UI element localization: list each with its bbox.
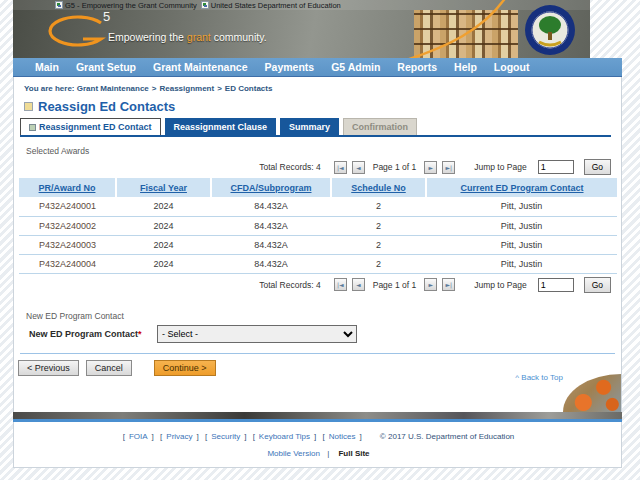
classroom-corner-photo bbox=[563, 374, 621, 412]
cell-award-no: P432A240003 bbox=[19, 235, 116, 254]
nav-main[interactable]: Main bbox=[35, 61, 59, 73]
footer-link-foia[interactable]: FOIA bbox=[129, 432, 148, 441]
footer-photo-bar bbox=[13, 412, 622, 419]
next-page-button[interactable]: ► bbox=[424, 278, 437, 291]
cell-cfda: 84.432A bbox=[211, 235, 331, 254]
header-fiscal-year[interactable]: Fiscal Year bbox=[116, 178, 211, 197]
last-page-button[interactable]: ►| bbox=[442, 161, 455, 174]
footer: [FOIA] [Privacy] [Security] [Keyboard Ti… bbox=[13, 422, 622, 468]
new-contact-form-row: New ED Program Contact* - Select - bbox=[29, 325, 621, 343]
tab-reassignment-clause[interactable]: Reassignment Clause bbox=[165, 118, 277, 135]
cancel-button[interactable]: Cancel bbox=[86, 360, 132, 376]
nav-grant-setup[interactable]: Grant Setup bbox=[76, 61, 136, 73]
tab-confirmation: Confirmation bbox=[343, 118, 417, 135]
breadcrumb: You are here: Grant Maintenance>Reassign… bbox=[24, 84, 621, 93]
footer-link-notices[interactable]: Notices bbox=[329, 432, 356, 441]
go-button[interactable]: Go bbox=[584, 277, 611, 293]
footer-version-row: Mobile Version | Full Site bbox=[14, 449, 621, 458]
breadcrumb-ed-contacts[interactable]: ED Contacts bbox=[225, 84, 273, 93]
g5-logo: 5 bbox=[41, 9, 111, 53]
jump-to-page-label: Jump to Page bbox=[474, 162, 526, 172]
full-site-link[interactable]: Full Site bbox=[338, 449, 369, 458]
required-marker: * bbox=[138, 329, 142, 339]
cell-award-no: P432A240002 bbox=[19, 216, 116, 235]
cell-schedule: 2 bbox=[331, 235, 426, 254]
cell-schedule: 2 bbox=[331, 197, 426, 216]
table-row: P432A240004 2024 84.432A 2 Pitt, Justin bbox=[19, 254, 617, 273]
main-navigation: Main Grant Setup Grant Maintenance Payme… bbox=[13, 58, 622, 77]
pagination-bottom: Total Records: 4 |◄ ◄ Page 1 of 1 ► ►| J… bbox=[14, 277, 611, 293]
cell-cfda: 84.432A bbox=[211, 216, 331, 235]
cell-cfda: 84.432A bbox=[211, 254, 331, 273]
first-page-button[interactable]: |◄ bbox=[334, 278, 347, 291]
cell-schedule: 2 bbox=[331, 216, 426, 235]
banner-tagline: Empowering the grant community. bbox=[108, 31, 267, 43]
nav-payments[interactable]: Payments bbox=[265, 61, 315, 73]
page-title: Reassign Ed Contacts bbox=[38, 99, 175, 114]
nav-grant-maintenance[interactable]: Grant Maintenance bbox=[153, 61, 248, 73]
mobile-version-link[interactable]: Mobile Version bbox=[267, 449, 319, 458]
nav-reports[interactable]: Reports bbox=[397, 61, 437, 73]
jump-to-page-input[interactable] bbox=[538, 160, 574, 174]
page-container: G5 - Empowering the Grant Community Unit… bbox=[13, 0, 622, 468]
footer-link-privacy[interactable]: Privacy bbox=[166, 432, 192, 441]
g5-logo-g-icon bbox=[41, 9, 111, 53]
page-title-icon bbox=[24, 102, 33, 111]
header-schedule-no[interactable]: Schedule No bbox=[331, 178, 426, 197]
cell-award-no: P432A240001 bbox=[19, 197, 116, 216]
nav-logout[interactable]: Logout bbox=[494, 61, 530, 73]
library-photo bbox=[414, 10, 518, 58]
breadcrumb-prefix: You are here: bbox=[24, 84, 75, 93]
jump-to-page-label: Jump to Page bbox=[474, 280, 526, 290]
page-indicator: Page 1 of 1 bbox=[373, 162, 416, 172]
new-ed-program-contact-select[interactable]: - Select - bbox=[157, 325, 357, 343]
first-page-button[interactable]: |◄ bbox=[334, 161, 347, 174]
cell-contact: Pitt, Justin bbox=[426, 254, 617, 273]
cell-contact: Pitt, Justin bbox=[426, 216, 617, 235]
cell-fiscal-year: 2024 bbox=[116, 254, 211, 273]
jump-to-page-input[interactable] bbox=[538, 278, 574, 292]
selected-awards-label: Selected Awards bbox=[26, 146, 621, 156]
total-records: Total Records: 4 bbox=[259, 280, 320, 290]
back-to-top-link[interactable]: ^ Back to Top bbox=[515, 373, 563, 382]
cell-fiscal-year: 2024 bbox=[116, 197, 211, 216]
go-button[interactable]: Go bbox=[584, 159, 611, 175]
g5-logo-five: 5 bbox=[103, 9, 110, 24]
footer-link-security[interactable]: Security bbox=[211, 432, 240, 441]
new-contact-section-label: New ED Program Contact bbox=[26, 311, 621, 321]
tab-summary[interactable]: Summary bbox=[280, 118, 339, 135]
previous-page-button[interactable]: ◄ bbox=[352, 161, 365, 174]
previous-page-button[interactable]: ◄ bbox=[352, 278, 365, 291]
tab-reassignment-ed-contact[interactable]: Reassignment ED Contact bbox=[20, 118, 161, 135]
cell-fiscal-year: 2024 bbox=[116, 235, 211, 254]
breadcrumb-reassignment[interactable]: Reassignment bbox=[159, 84, 214, 93]
form-divider bbox=[20, 353, 615, 354]
footer-link-keyboard-tips[interactable]: Keyboard Tips bbox=[259, 432, 310, 441]
last-page-button[interactable]: ►| bbox=[442, 278, 455, 291]
banner: G5 - Empowering the Grant Community Unit… bbox=[13, 0, 590, 58]
cell-cfda: 84.432A bbox=[211, 197, 331, 216]
skip-link-ed[interactable]: United States Department of Education bbox=[201, 1, 341, 10]
tab-strip: Reassignment ED Contact Reassignment Cla… bbox=[20, 118, 611, 137]
header-cfda-subprogram[interactable]: CFDA/Subprogram bbox=[211, 178, 331, 197]
breadcrumb-grant-maintenance[interactable]: Grant Maintenance bbox=[77, 84, 149, 93]
page-title-row: Reassign Ed Contacts bbox=[24, 99, 621, 114]
cell-schedule: 2 bbox=[331, 254, 426, 273]
cell-fiscal-year: 2024 bbox=[116, 216, 211, 235]
next-page-button[interactable]: ► bbox=[424, 161, 437, 174]
nav-g5-admin[interactable]: G5 Admin bbox=[331, 61, 380, 73]
header-current-ed-program-contact[interactable]: Current ED Program Contact bbox=[426, 178, 617, 197]
header-pr-award-no[interactable]: PR/Award No bbox=[19, 178, 116, 197]
selected-awards-table: PR/Award No Fiscal Year CFDA/Subprogram … bbox=[19, 178, 617, 274]
copyright-text: © 2017 U.S. Department of Education bbox=[380, 432, 514, 441]
table-row: P432A240002 2024 84.432A 2 Pitt, Justin bbox=[19, 216, 617, 235]
footer-links-row: [FOIA] [Privacy] [Security] [Keyboard Ti… bbox=[14, 432, 621, 441]
broken-image-icon bbox=[55, 1, 63, 9]
cell-contact: Pitt, Justin bbox=[426, 197, 617, 216]
cell-award-no: P432A240004 bbox=[19, 254, 116, 273]
nav-help[interactable]: Help bbox=[454, 61, 477, 73]
previous-button[interactable]: < Previous bbox=[18, 360, 79, 376]
main-content: You are here: Grant Maintenance>Reassign… bbox=[13, 77, 622, 412]
continue-button[interactable]: Continue > bbox=[154, 360, 216, 376]
page-indicator: Page 1 of 1 bbox=[373, 280, 416, 290]
